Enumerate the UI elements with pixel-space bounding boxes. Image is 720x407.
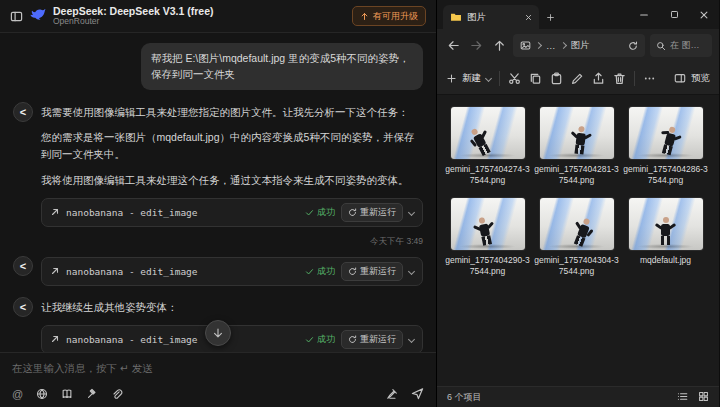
tool-call-label: nanobanana - edit_image (66, 207, 299, 218)
check-icon (305, 208, 314, 217)
clear-context-icon[interactable] (386, 388, 398, 400)
chevron-down-icon[interactable] (408, 209, 415, 216)
divider (634, 71, 635, 86)
knowledge-base-icon[interactable] (61, 388, 73, 400)
check-icon (305, 267, 314, 276)
forward-button[interactable] (467, 39, 485, 52)
deepseek-logo-icon (30, 6, 46, 26)
assistant-paragraph: 我需要使用图像编辑工具来处理您指定的图片文件。让我先分析一下这个任务： (41, 104, 423, 121)
file-item[interactable]: gemini_1757404274-37544.png (443, 103, 532, 188)
chevron-down-icon (485, 74, 492, 81)
tab-close-icon[interactable] (525, 14, 532, 21)
arrow-down-icon (212, 327, 224, 339)
folder-icon (450, 11, 462, 23)
image-thumbnail (629, 107, 703, 159)
back-button[interactable] (444, 39, 462, 52)
tool-call-label: nanobanana - edit_image (66, 266, 299, 277)
search-input[interactable]: 在 图… (650, 34, 712, 57)
thumbnail-view-icon[interactable] (698, 388, 709, 406)
image-thumbnail (540, 107, 614, 159)
chat-input[interactable]: 在这里输入消息，按下 ↵ 发送 (12, 362, 424, 376)
provider-subtitle: OpenRouter (53, 17, 214, 27)
upgrade-badge[interactable]: 有可用升级 (352, 6, 426, 26)
upgrade-arrow-icon (360, 12, 369, 21)
file-name: mqdefault.jpg (623, 255, 708, 266)
chevron-down-icon[interactable] (408, 268, 415, 275)
scroll-to-bottom-button[interactable] (205, 320, 231, 346)
new-button[interactable]: 新建 (446, 72, 491, 85)
preview-toggle-button[interactable]: 预览 (674, 72, 710, 85)
files-grid: gemini_1757404274-37544.png gemini_17574… (437, 95, 719, 386)
file-item[interactable]: gemini_1757404290-37544.png (443, 194, 532, 279)
explorer-commandbar: 新建 (437, 62, 719, 95)
upgrade-label: 有可用升级 (373, 10, 418, 23)
user-message: 帮我把 E:\图片\mqdefault.jpg 里的变成5种不同的姿势，保存到同… (13, 43, 423, 90)
tool-call-row[interactable]: nanobanana - edit_image 成功 重新运行 (41, 325, 423, 352)
file-name: gemini_1757404274-37544.png (445, 164, 530, 186)
close-button[interactable] (689, 0, 719, 29)
up-button[interactable] (490, 39, 508, 52)
assistant-message: < nanobanana - edit_image 成功 重新运行 (13, 256, 423, 290)
message-timestamp: 今天下午 3:49 (13, 236, 423, 248)
breadcrumb-chevron-icon (535, 42, 542, 49)
breadcrumb-ellipsis[interactable]: … (546, 40, 556, 51)
rerun-button[interactable]: 重新运行 (341, 203, 403, 222)
tool-status-badge: 成功 (305, 206, 335, 219)
file-item[interactable]: gemini_1757404304-37544.png (532, 194, 621, 279)
tool-call-label: nanobanana - edit_image (66, 334, 299, 345)
rerun-button[interactable]: 重新运行 (341, 330, 403, 349)
refresh-button[interactable] (628, 37, 638, 55)
search-icon (656, 41, 666, 51)
chat-app-window: DeepSeek: DeepSeek V3.1 (free) OpenRoute… (0, 0, 437, 407)
image-thumbnail (540, 198, 614, 250)
divider (499, 71, 500, 86)
tool-call-icon (50, 266, 60, 276)
cut-icon[interactable] (508, 72, 521, 85)
file-item[interactable]: gemini_1757404281-37544.png (532, 103, 621, 188)
mcp-tools-icon[interactable] (86, 388, 98, 400)
chat-header: DeepSeek: DeepSeek V3.1 (free) OpenRoute… (0, 0, 436, 33)
chevron-down-icon[interactable] (408, 335, 415, 342)
file-item[interactable]: mqdefault.jpg (621, 194, 710, 279)
image-thumbnail (451, 107, 525, 159)
input-toolbar: @ (12, 387, 424, 400)
mention-model-icon[interactable]: @ (12, 388, 23, 400)
sidebar-toggle-icon[interactable] (10, 10, 23, 23)
file-explorer-window: 图片 … (437, 0, 719, 407)
assistant-message: < 我需要使用图像编辑工具来处理您指定的图片文件。让我先分析一下这个任务： 您的… (13, 102, 423, 231)
rerun-button[interactable]: 重新运行 (341, 262, 403, 281)
breadcrumb-current[interactable]: 图片 (571, 39, 590, 52)
tool-call-icon (50, 334, 60, 344)
tab-title: 图片 (467, 11, 520, 24)
attachment-icon[interactable] (111, 388, 123, 400)
explorer-tab[interactable]: 图片 (443, 5, 539, 29)
address-bar[interactable]: … 图片 (513, 34, 645, 57)
more-options-icon[interactable] (643, 72, 656, 85)
refresh-icon (348, 335, 357, 344)
new-tab-button[interactable] (539, 5, 561, 29)
details-view-icon[interactable] (677, 388, 688, 406)
send-icon[interactable] (411, 387, 424, 400)
delete-icon[interactable] (613, 72, 626, 85)
tool-call-row[interactable]: nanobanana - edit_image 成功 重新运行 (41, 198, 423, 227)
rename-icon[interactable] (571, 72, 584, 85)
tool-status-badge: 成功 (305, 265, 335, 278)
model-title-block[interactable]: DeepSeek: DeepSeek V3.1 (free) OpenRoute… (53, 5, 214, 27)
assistant-avatar: < (13, 297, 33, 317)
file-item[interactable]: gemini_1757404286-37544.png (621, 103, 710, 188)
share-icon[interactable] (592, 72, 605, 85)
minimize-button[interactable] (629, 0, 659, 29)
web-search-icon[interactable] (36, 388, 48, 400)
refresh-icon (348, 267, 357, 276)
paste-icon[interactable] (550, 72, 563, 85)
screen: DeepSeek: DeepSeek V3.1 (free) OpenRoute… (0, 0, 720, 407)
pictures-folder-icon (520, 40, 531, 51)
refresh-icon (348, 208, 357, 217)
user-message-bubble: 帮我把 E:\图片\mqdefault.jpg 里的变成5种不同的姿势，保存到同… (141, 43, 423, 90)
tool-call-row[interactable]: nanobanana - edit_image 成功 重新运行 (41, 257, 423, 286)
maximize-button[interactable] (659, 0, 689, 29)
chat-message-list[interactable]: 帮我把 E:\图片\mqdefault.jpg 里的变成5种不同的姿势，保存到同… (0, 33, 436, 352)
preview-pane-icon (674, 72, 686, 84)
copy-icon[interactable] (529, 72, 542, 85)
assistant-paragraph: 您的需求是将一张图片（mqdefault.jpg）中的内容变换成5种不同的姿势，… (41, 129, 423, 163)
